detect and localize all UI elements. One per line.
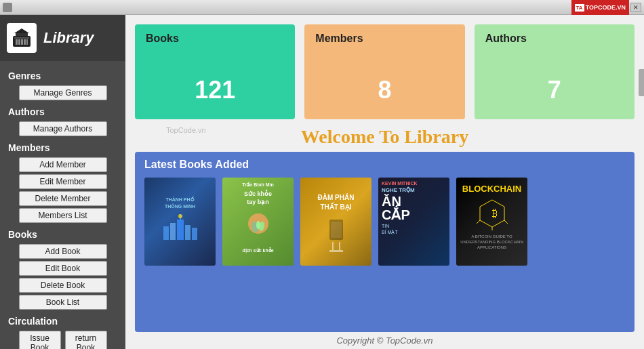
books-stat-card: Books 121 (135, 24, 295, 119)
circulation-label: Circulation (0, 312, 125, 329)
svg-rect-12 (185, 225, 190, 240)
edit-member-button[interactable]: Edit Member (19, 174, 107, 189)
delete-member-button[interactable]: Delete Member (19, 191, 107, 206)
app-container: Library Genres Manage Genres Authors Man… (0, 15, 644, 349)
members-stat-count: 8 (315, 62, 454, 111)
book-cover-4: KEVIN MITNICK NGHE TRỘM ĂN CẮP TINBÍ MẬT (378, 178, 449, 266)
svg-rect-7 (26, 39, 28, 45)
book-cover-1: THÀNH PHỐTHÔNG MINH (144, 178, 216, 266)
book-cover-3: ĐÀM PHÁNTHẤT BẠI (300, 178, 371, 266)
authors-stat-count: 7 (485, 62, 624, 111)
svg-point-19 (256, 221, 260, 229)
app-icon (3, 3, 12, 12)
sidebar: Library Genres Manage Genres Authors Man… (0, 15, 125, 349)
copyright-footer: Copyright © TopCode.vn (125, 332, 644, 349)
svg-rect-10 (170, 223, 176, 240)
title-bar: — □ ✕ TA TOPCODE.VN (0, 0, 644, 15)
add-member-button[interactable]: Add Member (19, 157, 107, 172)
latest-books-section: Latest Books Added THÀNH PHỐTHÔNG MINH (135, 152, 635, 332)
stats-row: Books 121 Members 8 Authors 7 (125, 15, 644, 125)
authors-stat-card: Authors 7 (475, 24, 635, 119)
members-label: Members (0, 138, 125, 155)
members-stat-card: Members 8 (304, 24, 464, 119)
sidebar-nav: Genres Manage Genres Authors Manage Auth… (0, 61, 125, 349)
svg-line-28 (477, 220, 480, 224)
authors-stat-title: Authors (485, 33, 624, 45)
topcode-badge: TA TOPCODE.VN (571, 0, 629, 15)
svg-rect-11 (177, 220, 184, 240)
svg-rect-21 (331, 222, 342, 238)
library-icon (7, 23, 37, 53)
copyright-text: Copyright © TopCode.vn (336, 335, 432, 346)
edit-book-button[interactable]: Edit Book (19, 261, 107, 276)
topcode-badge-text: TOPCODE.VN (586, 4, 626, 11)
latest-books-title: Latest Books Added (144, 159, 625, 171)
sidebar-header: Library (0, 15, 125, 61)
svg-rect-4 (18, 39, 20, 45)
svg-rect-6 (24, 39, 26, 45)
library-title: Library (43, 29, 94, 47)
manage-authors-button[interactable]: Manage Authors (19, 121, 107, 136)
main-content: Books 121 Members 8 Authors 7 TopCode.vn… (125, 15, 644, 349)
welcome-text: Welcome To Library (301, 126, 468, 147)
delete-book-button[interactable]: Delete Book (19, 278, 107, 293)
genres-label: Genres (0, 66, 125, 83)
manage-genres-button[interactable]: Manage Genres (19, 85, 107, 100)
members-list-button[interactable]: Members List (19, 208, 107, 223)
book-cover-2: Trần Bình Mìn Sức khỏetay bạn dịch sức k… (222, 178, 294, 266)
watermark-topcode: TopCode.vn (166, 126, 206, 134)
svg-rect-24 (329, 250, 343, 252)
svg-text:₿: ₿ (492, 207, 498, 219)
svg-rect-13 (192, 228, 197, 240)
close-button[interactable]: ✕ (630, 3, 641, 12)
svg-rect-9 (163, 226, 169, 240)
books-label: Books (0, 225, 125, 242)
book-list-button[interactable]: Book List (19, 295, 107, 310)
books-row: THÀNH PHỐTHÔNG MINH (144, 178, 625, 266)
add-book-button[interactable]: Add Book (19, 244, 107, 259)
title-bar-left (3, 3, 12, 12)
svg-rect-1 (16, 33, 28, 36)
books-stat-count: 121 (146, 62, 284, 111)
welcome-section: TopCode.vn Welcome To Library (125, 125, 644, 152)
svg-rect-2 (14, 37, 29, 39)
books-stat-title: Books (146, 33, 284, 45)
svg-marker-8 (14, 28, 29, 33)
scrollbar-tab[interactable] (639, 69, 644, 96)
svg-rect-5 (21, 39, 23, 45)
book-cover-5: BLOCKCHAIN ₿ A BITCOIN GUIDE TO U (456, 178, 527, 266)
authors-label: Authors (0, 102, 125, 119)
svg-rect-3 (16, 39, 18, 45)
return-book-button[interactable]: return Book (65, 331, 107, 349)
members-stat-title: Members (315, 33, 454, 45)
issue-book-button[interactable]: Issue Book (19, 331, 61, 349)
svg-line-29 (504, 220, 508, 224)
